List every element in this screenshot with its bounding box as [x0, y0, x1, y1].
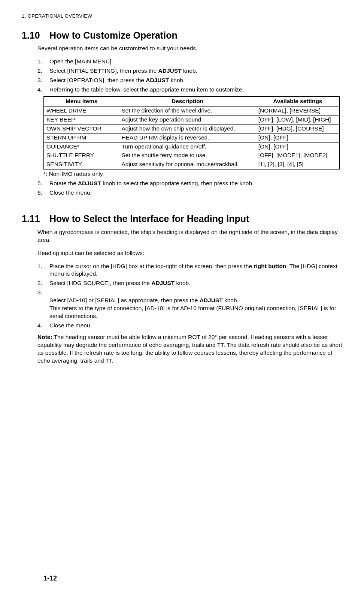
list-marker: 1.	[37, 262, 49, 278]
table-row: WHEEL DRIVE Set the direction of the whe…	[44, 106, 340, 115]
list-item: 3. Select [AD-10] or [SERIAL] as appropr…	[37, 289, 342, 320]
bold-text: ADJUST	[158, 68, 182, 74]
table-cell: Set the direction of the wheel drive.	[119, 106, 256, 115]
table-header: Menu items	[44, 96, 119, 106]
list-item: 4. Close the menu.	[37, 322, 342, 330]
section-title: How to Select the Interface for Heading …	[49, 213, 249, 225]
table-cell: [NORMAL], [REVERSE]	[256, 106, 340, 115]
text: Rotate the	[49, 180, 78, 186]
settings-table: Menu items Description Available setting…	[43, 96, 342, 170]
list-marker: 1.	[37, 58, 49, 66]
table-row: GUIDANCE* Turn operational guidance on/o…	[44, 142, 340, 151]
table-row: KEY BEEP Adjust the key operation sound.…	[44, 115, 340, 124]
table-cell: Adjust sensitivity for optional mouse/tr…	[119, 160, 256, 169]
text: knob.	[169, 77, 185, 83]
table-cell: [ON], [OFF]	[256, 133, 340, 142]
section-heading-1-11: 1.11 How to Select the Interface for Hea…	[22, 213, 342, 225]
bold-text: ADJUST	[146, 77, 169, 83]
text: Select [AD-10] or [SERIAL] as appropriat…	[49, 297, 200, 303]
table-header: Available settings	[256, 96, 340, 106]
table-row: OWN SHIP VECTOR Adjust how the own ship …	[44, 124, 340, 133]
list-item: 2. Select [HDG SOURCE], then press the A…	[37, 279, 342, 287]
list-item: 5. Rotate the ADJUST knob to select the …	[37, 180, 342, 188]
intro-text: Heading input can be selected as follows…	[37, 249, 342, 257]
chapter-header: 1. OPERATIONAL OVERVIEW	[22, 13, 342, 20]
table-row: STERN UP RM HEAD UP RM display is revers…	[44, 133, 340, 142]
ordered-list: 1. Open the [MAIN MENU]. 2. Select [INIT…	[37, 58, 342, 94]
table-header: Description	[119, 96, 256, 106]
list-content: Referring to the table below, select the…	[49, 86, 342, 94]
ordered-list: 1. Place the cursor on the [HDG] box at …	[37, 262, 342, 330]
table-cell: GUIDANCE*	[44, 142, 119, 151]
list-item: 6. Close the menu.	[37, 189, 342, 197]
list-content: Select [HDG SOURCE], then press the ADJU…	[49, 279, 342, 287]
list-marker: 3.	[37, 76, 49, 84]
text: knob to select the appropriate setting, …	[101, 180, 254, 186]
list-content: Select [OPERATION], then press the ADJUS…	[49, 76, 342, 84]
page-number: 1-12	[43, 574, 57, 583]
list-marker: 3.	[37, 289, 49, 320]
section-title: How to Customize Operation	[49, 29, 178, 42]
table-cell: [ON], [OFF]	[256, 142, 340, 151]
list-marker: 6.	[37, 189, 49, 197]
note-paragraph: Note: The heading sensor must be able fo…	[37, 333, 342, 365]
list-marker: 5.	[37, 180, 49, 188]
table-cell: OWN SHIP VECTOR	[44, 124, 119, 133]
list-item: 2. Select [INITIAL SETTING], then press …	[37, 67, 342, 75]
intro-text: Several operation items can be customize…	[37, 45, 342, 52]
table-row: SENSITIVITY Adjust sensitivity for optio…	[44, 160, 340, 169]
text: knob.	[182, 68, 197, 74]
section-number: 1.10	[22, 29, 49, 42]
table-cell: Turn operational guidance on/off.	[119, 142, 256, 151]
text: Place the cursor on the [HDG] box at the…	[49, 263, 254, 269]
table-cell: [OFF], [HDG], [COURSE]	[256, 124, 340, 133]
list-marker: 2.	[37, 279, 49, 287]
intro-text: When a gyrocompass is connected, the shi…	[37, 228, 342, 244]
text: Select [INITIAL SETTING], then press the	[49, 68, 158, 74]
table-cell: Set the shuttle ferry mode to use.	[119, 151, 256, 160]
ordered-list-cont: 5. Rotate the ADJUST knob to select the …	[37, 180, 342, 197]
text: knob.	[175, 280, 190, 286]
table-row: SHUTTLE FERRY Set the shuttle ferry mode…	[44, 151, 340, 160]
table-cell: SENSITIVITY	[44, 160, 119, 169]
bold-text: right button	[254, 263, 286, 269]
table-cell: SHUTTLE FERRY	[44, 151, 119, 160]
table-cell: Adjust how the own ship vector is displa…	[119, 124, 256, 133]
list-marker: 4.	[37, 86, 49, 94]
note-label: Note:	[37, 334, 52, 340]
table-header-row: Menu items Description Available setting…	[44, 96, 340, 106]
list-item: 1. Open the [MAIN MENU].	[37, 58, 342, 66]
section-number: 1.11	[22, 213, 49, 225]
list-content: Select [AD-10] or [SERIAL] as appropriat…	[49, 289, 342, 320]
list-content: Rotate the ADJUST knob to select the app…	[49, 180, 342, 188]
list-content: Select [INITIAL SETTING], then press the…	[49, 67, 342, 75]
table-cell: WHEEL DRIVE	[44, 106, 119, 115]
table-cell: HEAD UP RM display is reversed.	[119, 133, 256, 142]
list-marker: 2.	[37, 67, 49, 75]
list-item: 1. Place the cursor on the [HDG] box at …	[37, 262, 342, 278]
list-content: Close the menu.	[49, 322, 342, 330]
table-cell: [OFF], [LOW], [MID], [HIGH]	[256, 115, 340, 124]
list-marker: 4.	[37, 322, 49, 330]
note-text: The heading sensor must be able follow a…	[37, 334, 342, 364]
table-cell: KEY BEEP	[44, 115, 119, 124]
section-heading-1-10: 1.10 How to Customize Operation	[22, 29, 342, 42]
list-content: Open the [MAIN MENU].	[49, 58, 342, 66]
table-footnote: *: Non-IMO radars only.	[43, 170, 342, 178]
table-cell: STERN UP RM	[44, 133, 119, 142]
table-cell: [OFF], [MODE1], [MODE2]	[256, 151, 340, 160]
bold-text: ADJUST	[200, 297, 223, 303]
text: Select [HDG SOURCE], then press the	[49, 280, 151, 286]
table-cell: Adjust the key operation sound.	[119, 115, 256, 124]
list-content: Place the cursor on the [HDG] box at the…	[49, 262, 342, 278]
table-cell: [1], [2], [3], [4], [5]	[256, 160, 340, 169]
bold-text: ADJUST	[78, 180, 101, 186]
list-content: Close the menu.	[49, 189, 342, 197]
list-item: 3. Select [OPERATION], then press the AD…	[37, 76, 342, 84]
list-item: 4. Referring to the table below, select …	[37, 86, 342, 94]
bold-text: ADJUST	[151, 280, 175, 286]
text: Select [OPERATION], then press the	[49, 77, 146, 83]
